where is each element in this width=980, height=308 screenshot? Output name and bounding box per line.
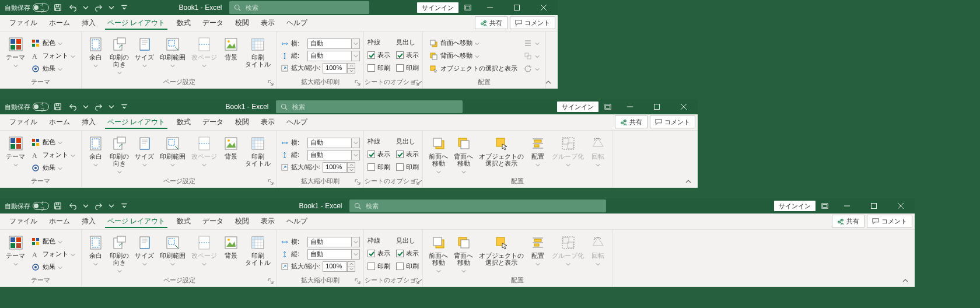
autosave-toggle[interactable]: 自動保存オフ [5,103,49,111]
signin-button[interactable]: サインイン [417,2,459,13]
rotate-button[interactable] [521,63,542,75]
effects-button[interactable]: 効果 [29,162,78,174]
height-combo[interactable]: 自動 [307,150,360,160]
tab-insert[interactable]: 挿入 [76,114,102,130]
undo-drop-icon[interactable] [82,1,90,14]
size-button[interactable]: サイズ [132,134,156,176]
colors-button[interactable]: 配色 [29,136,78,148]
redo-drop-icon[interactable] [107,100,116,113]
align-button[interactable]: 配置 [527,233,548,275]
margins-button[interactable]: 余白 [85,233,106,275]
width-combo[interactable]: 自動 [307,38,360,49]
tab-file[interactable]: ファイル [4,114,43,130]
scale-spin[interactable]: 100% [323,63,355,74]
colors-button[interactable]: 配色 [29,37,78,49]
tab-page-layout[interactable]: ページ レイアウト [102,114,171,130]
send-backward-button[interactable]: 背面へ 移動 [452,134,475,176]
checkbox[interactable]: 表示 [368,149,390,160]
fonts-button[interactable]: Aフォント [29,149,78,161]
undo-icon[interactable] [66,200,79,212]
tab-home[interactable]: ホーム [43,114,76,130]
spin-up-icon[interactable] [347,261,355,267]
close-icon[interactable] [671,99,696,114]
tab-insert[interactable]: 挿入 [76,15,102,31]
tab-review[interactable]: 校閲 [229,213,255,229]
minimize-icon[interactable] [617,99,643,114]
tab-home[interactable]: ホーム [43,15,76,31]
collapse-ribbon-icon[interactable] [902,277,911,284]
dialog-launcher-icon[interactable] [267,278,274,285]
chevron-down-icon[interactable] [352,138,360,148]
fonts-button[interactable]: Aフォント [29,249,78,260]
collapse-ribbon-icon[interactable] [685,178,694,185]
search-box[interactable]: 検索 [229,1,369,14]
spin-down-icon[interactable] [347,68,355,74]
autosave-toggle[interactable]: 自動保存オフ [5,4,49,12]
share-button[interactable]: 共有 [475,16,508,29]
redo-drop-icon[interactable] [107,200,116,212]
checkbox[interactable]: 印刷 [396,62,419,74]
tab-data[interactable]: データ [197,15,229,31]
spin-down-icon[interactable] [347,167,355,173]
qat-customize-icon[interactable] [118,1,131,14]
tab-review[interactable]: 校閲 [229,114,255,130]
checkbox[interactable]: 印刷 [368,261,390,272]
orientation-button[interactable]: 印刷の 向き [107,233,131,275]
selection-pane-button[interactable]: オブジェクトの 選択と表示 [477,134,526,176]
ribbon-mode-icon[interactable] [600,99,616,114]
print-titles-button[interactable]: 印刷 タイトル [243,134,273,176]
redo-drop-icon[interactable] [107,1,116,14]
tab-home[interactable]: ホーム [43,213,76,229]
dialog-launcher-icon[interactable] [267,179,274,186]
ribbon-mode-icon[interactable] [460,0,476,15]
dialog-launcher-icon[interactable] [267,80,274,87]
align-button[interactable] [521,37,542,49]
size-button[interactable]: サイズ [132,35,156,77]
tab-help[interactable]: ヘルプ [281,213,313,229]
maximize-icon[interactable] [504,0,530,15]
background-button[interactable]: 背景 [220,233,242,275]
autosave-toggle[interactable]: 自動保存オフ [5,202,49,211]
scale-spin[interactable]: 100% [323,261,355,272]
tab-file[interactable]: ファイル [4,213,43,229]
tab-data[interactable]: データ [197,114,229,130]
tab-view[interactable]: 表示 [255,114,281,130]
tab-help[interactable]: ヘルプ [281,114,313,130]
scale-spin[interactable]: 100% [323,162,355,173]
maximize-icon[interactable] [644,99,670,114]
print-titles-button[interactable]: 印刷 タイトル [243,35,273,77]
undo-drop-icon[interactable] [82,200,90,212]
close-icon[interactable] [888,198,914,214]
background-button[interactable]: 背景 [220,35,242,77]
tab-view[interactable]: 表示 [255,15,281,31]
tab-help[interactable]: ヘルプ [281,15,313,31]
signin-button[interactable]: サインイン [557,102,598,112]
chevron-down-icon[interactable] [352,38,360,49]
undo-drop-icon[interactable] [82,100,90,113]
minimize-icon[interactable] [477,0,503,15]
bring-forward-button[interactable]: 前面へ 移動 [426,233,450,275]
selection-pane-button[interactable]: オブジェクトの選択と表示 [426,63,520,75]
chevron-down-icon[interactable] [352,150,360,160]
minimize-icon[interactable] [834,198,860,214]
checkbox[interactable]: 表示 [396,149,419,160]
dialog-launcher-icon[interactable] [354,179,361,186]
maximize-icon[interactable] [861,198,887,214]
spin-up-icon[interactable] [347,63,355,68]
checkbox[interactable]: 印刷 [396,162,419,173]
qat-customize-icon[interactable] [118,200,131,212]
height-combo[interactable]: 自動 [307,249,360,260]
effects-button[interactable]: 効果 [29,63,78,75]
redo-icon[interactable] [92,200,105,212]
collapse-ribbon-icon[interactable] [545,79,554,86]
qat-customize-icon[interactable] [118,100,131,113]
share-button[interactable]: 共有 [832,215,864,228]
group-button[interactable] [521,50,542,62]
selection-pane-button[interactable]: オブジェクトの 選択と表示 [477,233,526,275]
tab-view[interactable]: 表示 [255,213,281,229]
dialog-launcher-icon[interactable] [354,80,361,87]
redo-icon[interactable] [92,1,105,14]
redo-icon[interactable] [92,100,105,113]
chevron-down-icon[interactable] [352,249,360,260]
dialog-launcher-icon[interactable] [413,80,420,87]
